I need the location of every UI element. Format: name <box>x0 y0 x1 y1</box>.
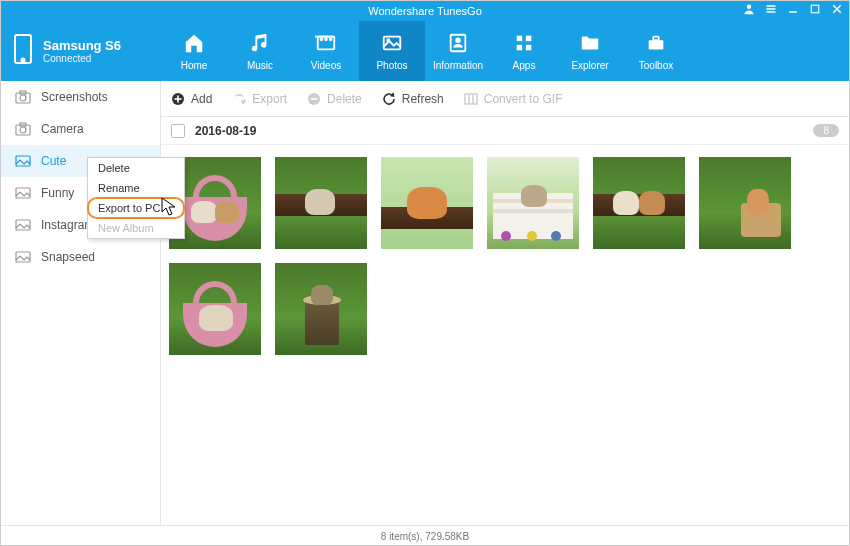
svg-point-13 <box>325 38 327 40</box>
svg-point-26 <box>20 95 26 101</box>
svg-rect-24 <box>653 36 659 40</box>
main-pane: Add Export Delete Refresh Convert to GIF… <box>161 81 849 525</box>
sidebar-item-camera[interactable]: Camera <box>1 113 160 145</box>
photo-thumbnail[interactable] <box>593 157 685 249</box>
tool-label: Refresh <box>402 92 444 106</box>
nav-label: Information <box>433 60 483 71</box>
svg-point-18 <box>456 38 460 42</box>
svg-rect-34 <box>16 252 30 262</box>
svg-rect-20 <box>526 35 532 41</box>
photo-thumbnail[interactable] <box>699 157 791 249</box>
export-button[interactable]: Export <box>232 92 287 106</box>
add-button[interactable]: Add <box>171 92 212 106</box>
photo-thumbnail[interactable] <box>169 263 261 355</box>
svg-rect-32 <box>16 188 30 198</box>
svg-point-16 <box>387 39 389 41</box>
date-group-header: 2016-08-19 8 <box>161 117 849 145</box>
tool-label: Convert to GIF <box>484 92 563 106</box>
svg-point-14 <box>330 38 332 40</box>
tool-label: Add <box>191 92 212 106</box>
sidebar-item-label: Cute <box>41 154 66 168</box>
device-panel[interactable]: Samsung S6 Connected <box>1 21 161 81</box>
sidebar-item-label: Screenshots <box>41 90 108 104</box>
svg-rect-40 <box>465 94 477 104</box>
sidebar-item-label: Snapseed <box>41 250 95 264</box>
user-icon[interactable] <box>743 3 755 15</box>
svg-point-0 <box>747 5 752 10</box>
nav-information[interactable]: Information <box>425 21 491 81</box>
photo-thumbnail[interactable] <box>487 157 579 249</box>
sidebar-item-label: Funny <box>41 186 74 200</box>
nav-label: Photos <box>376 60 407 71</box>
context-new-album[interactable]: New Album <box>88 218 184 238</box>
sidebar: Screenshots Camera Cute Funny Instagram … <box>1 81 161 525</box>
nav-label: Explorer <box>571 60 608 71</box>
nav-label: Apps <box>513 60 536 71</box>
window-controls <box>743 3 843 15</box>
photo-thumbnail[interactable] <box>381 157 473 249</box>
tool-label: Export <box>252 92 287 106</box>
app-title: Wondershare TunesGo <box>368 5 482 17</box>
close-icon[interactable] <box>831 3 843 15</box>
sidebar-item-label: Camera <box>41 122 84 136</box>
svg-rect-31 <box>16 156 30 166</box>
refresh-button[interactable]: Refresh <box>382 92 444 106</box>
context-rename[interactable]: Rename <box>88 178 184 198</box>
svg-point-12 <box>321 38 323 40</box>
toolbar: Add Export Delete Refresh Convert to GIF <box>161 81 849 117</box>
delete-button[interactable]: Delete <box>307 92 362 106</box>
svg-rect-5 <box>811 5 819 13</box>
status-text: 8 item(s), 729.58KB <box>381 531 469 542</box>
select-all-checkbox[interactable] <box>171 124 185 138</box>
status-bar: 8 item(s), 729.58KB <box>1 525 849 546</box>
svg-rect-19 <box>517 35 523 41</box>
sidebar-item-screenshots[interactable]: Screenshots <box>1 81 160 113</box>
date-label: 2016-08-19 <box>195 124 256 138</box>
svg-rect-22 <box>526 44 532 50</box>
photo-grid <box>161 145 849 525</box>
nav-music[interactable]: Music <box>227 21 293 81</box>
nav-videos[interactable]: Videos <box>293 21 359 81</box>
svg-rect-21 <box>517 44 523 50</box>
nav-label: Music <box>247 60 273 71</box>
minimize-icon[interactable] <box>787 3 799 15</box>
svg-point-9 <box>22 59 25 62</box>
svg-point-29 <box>20 127 26 133</box>
photo-thumbnail[interactable] <box>275 263 367 355</box>
maximize-icon[interactable] <box>809 3 821 15</box>
nav-explorer[interactable]: Explorer <box>557 21 623 81</box>
svg-rect-23 <box>649 40 664 49</box>
main-nav: Home Music Videos Photos Information App… <box>161 21 689 81</box>
header: Samsung S6 Connected Home Music Videos P… <box>1 21 849 81</box>
nav-label: Videos <box>311 60 341 71</box>
svg-rect-33 <box>16 220 30 230</box>
title-bar: Wondershare TunesGo <box>1 1 849 21</box>
nav-apps[interactable]: Apps <box>491 21 557 81</box>
menu-icon[interactable] <box>765 3 777 15</box>
nav-label: Toolbox <box>639 60 673 71</box>
cursor-icon <box>161 197 177 221</box>
context-delete[interactable]: Delete <box>88 158 184 178</box>
nav-photos[interactable]: Photos <box>359 21 425 81</box>
sidebar-item-snapseed[interactable]: Snapseed <box>1 241 160 273</box>
nav-label: Home <box>181 60 208 71</box>
device-status: Connected <box>43 53 121 64</box>
nav-home[interactable]: Home <box>161 21 227 81</box>
phone-icon <box>13 33 33 69</box>
photo-thumbnail[interactable] <box>275 157 367 249</box>
count-badge: 8 <box>813 124 839 137</box>
tool-label: Delete <box>327 92 362 106</box>
nav-toolbox[interactable]: Toolbox <box>623 21 689 81</box>
convert-gif-button[interactable]: Convert to GIF <box>464 92 563 106</box>
device-name: Samsung S6 <box>43 38 121 53</box>
